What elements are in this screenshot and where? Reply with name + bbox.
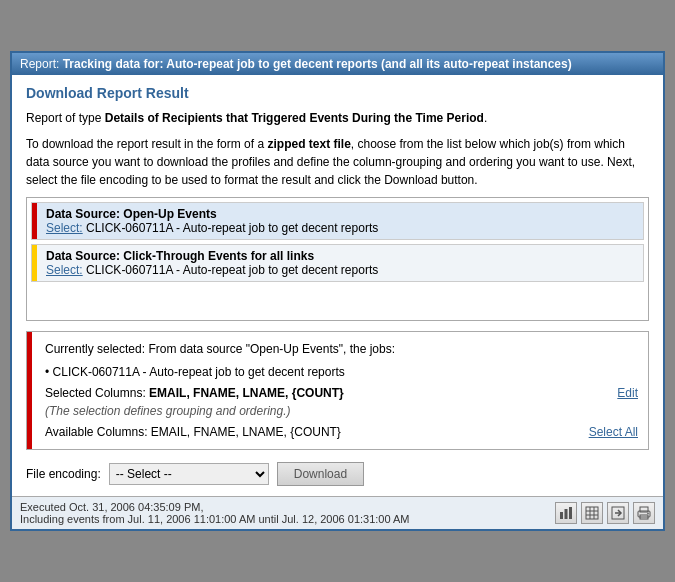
open-up-select-row: Select: CLICK-060711A - Auto-repeat job … xyxy=(46,221,639,235)
section-title: Download Report Result xyxy=(26,85,649,101)
open-up-job: CLICK-060711A - Auto-repeat job to get d… xyxy=(86,221,378,235)
click-through-color-bar xyxy=(32,245,37,281)
intro-type: Details of Recipients that Triggered Eve… xyxy=(105,111,484,125)
svg-rect-1 xyxy=(565,509,568,519)
footer-text: Executed Oct. 31, 2006 04:35:09 PM, Incl… xyxy=(20,501,410,525)
encoding-label: File encoding: xyxy=(26,467,101,481)
edit-link[interactable]: Edit xyxy=(617,386,638,400)
svg-rect-2 xyxy=(569,507,572,519)
encoding-row: File encoding: -- Select -- UTF-8 ISO-88… xyxy=(26,462,649,486)
main-content: Download Report Result Report of type De… xyxy=(12,75,663,497)
encoding-select[interactable]: -- Select -- UTF-8 ISO-8859-1 Windows-12… xyxy=(109,463,269,485)
summary-selected-text: Currently selected: From data source xyxy=(45,342,246,356)
available-columns-text: Available Columns: EMAIL, FNAME, LNAME, … xyxy=(45,425,341,439)
selected-columns-label: Selected Columns: xyxy=(45,386,149,400)
intro-zipped: zipped text file xyxy=(267,137,350,151)
data-sources-box: Data Source: Open-Up Events Select: CLIC… xyxy=(26,197,649,321)
footer-icons xyxy=(555,502,655,524)
footer: Executed Oct. 31, 2006 04:35:09 PM, Incl… xyxy=(12,496,663,529)
svg-rect-0 xyxy=(560,512,563,519)
title-label: Report: xyxy=(20,57,63,71)
svg-point-13 xyxy=(647,513,649,515)
svg-rect-3 xyxy=(586,507,598,519)
note-text: (The selection defines grouping and orde… xyxy=(45,402,638,421)
summary-box: Currently selected: From data source "Op… xyxy=(26,331,649,451)
title-bar: Report: Tracking data for: Auto-repeat j… xyxy=(12,53,663,75)
intro-text2-before: To download the report result in the for… xyxy=(26,137,267,151)
summary-color-bar xyxy=(27,332,32,450)
summary-selected-line: Currently selected: From data source "Op… xyxy=(45,340,638,359)
summary-content: Currently selected: From data source "Op… xyxy=(45,340,638,440)
click-through-name: Data Source: Click-Through Events for al… xyxy=(46,249,639,263)
selected-columns-text: Selected Columns: EMAIL, FNAME, LNAME, {… xyxy=(45,386,344,400)
open-up-color-bar xyxy=(32,203,37,239)
footer-line2: Including events from Jul. 11, 2006 11:0… xyxy=(20,513,410,525)
bar-chart-icon[interactable] xyxy=(555,502,577,524)
print-icon[interactable] xyxy=(633,502,655,524)
data-source-item-open-up[interactable]: Data Source: Open-Up Events Select: CLIC… xyxy=(31,202,644,240)
data-source-item-click-through[interactable]: Data Source: Click-Through Events for al… xyxy=(31,244,644,282)
title-text: Tracking data for: Auto-repeat job to ge… xyxy=(63,57,572,71)
summary-job-line: • CLICK-060711A - Auto-repeat job to get… xyxy=(45,363,638,382)
summary-jobs-label: , the jobs: xyxy=(343,342,395,356)
footer-line1: Executed Oct. 31, 2006 04:35:09 PM, xyxy=(20,501,410,513)
main-window: Report: Tracking data for: Auto-repeat j… xyxy=(10,51,665,532)
intro-para1: Report of type Details of Recipients tha… xyxy=(26,109,649,127)
click-through-select-row: Select: CLICK-060711A - Auto-repeat job … xyxy=(46,263,639,277)
click-through-job: CLICK-060711A - Auto-repeat job to get d… xyxy=(86,263,378,277)
available-columns-label: Available Columns: xyxy=(45,425,151,439)
intro-text-before: Report of type xyxy=(26,111,105,125)
select-all-link[interactable]: Select All xyxy=(589,425,638,439)
open-up-select-label[interactable]: Select: xyxy=(46,221,83,235)
export-icon[interactable] xyxy=(607,502,629,524)
click-through-select-label[interactable]: Select: xyxy=(46,263,83,277)
selected-columns-row: Selected Columns: EMAIL, FNAME, LNAME, {… xyxy=(45,386,638,400)
available-columns-value: EMAIL, FNAME, LNAME, {COUNT} xyxy=(151,425,341,439)
selected-columns-value: EMAIL, FNAME, LNAME, {COUNT} xyxy=(149,386,344,400)
spacer xyxy=(31,286,644,316)
available-columns-row: Available Columns: EMAIL, FNAME, LNAME, … xyxy=(45,425,638,439)
open-up-name: Data Source: Open-Up Events xyxy=(46,207,639,221)
download-button[interactable]: Download xyxy=(277,462,364,486)
table-icon[interactable] xyxy=(581,502,603,524)
summary-job-name: CLICK-060711A - Auto-repeat job to get d… xyxy=(53,365,345,379)
intro-text-after: . xyxy=(484,111,487,125)
summary-source-name: "Open-Up Events" xyxy=(246,342,343,356)
intro-para2: To download the report result in the for… xyxy=(26,135,649,189)
bullet-icon: • xyxy=(45,365,53,379)
